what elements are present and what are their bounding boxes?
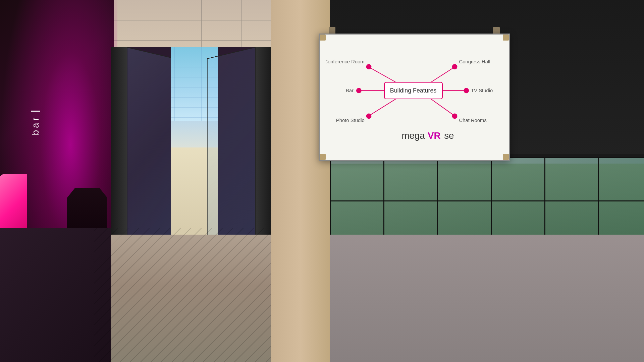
- svg-text:Conference Room: Conference Room: [326, 59, 365, 64]
- bar-sign-text: bar: [30, 116, 41, 135]
- svg-text:Bar: Bar: [346, 88, 354, 93]
- svg-point-11: [464, 88, 469, 93]
- svg-text:mega: mega: [401, 130, 425, 141]
- whiteboard: Building Features: [319, 34, 510, 161]
- corner-tr: [503, 35, 509, 41]
- svg-point-13: [452, 113, 458, 119]
- floor-right: [330, 235, 644, 362]
- whiteboard-content: Building Features: [326, 41, 502, 153]
- svg-text:Chat Rooms: Chat Rooms: [459, 118, 486, 123]
- building-features-diagram: Building Features: [326, 41, 502, 153]
- main-scene: bar: [0, 0, 644, 362]
- svg-line-6: [370, 99, 396, 115]
- svg-point-8: [366, 64, 372, 69]
- svg-point-12: [366, 113, 372, 119]
- bar-sign-dash: [31, 111, 40, 112]
- door-glass-left: [127, 47, 175, 251]
- svg-text:Congress Hall: Congress Hall: [459, 59, 490, 64]
- bar-sign: bar: [30, 111, 41, 135]
- svg-point-10: [356, 88, 362, 93]
- corner-bl: [320, 154, 326, 160]
- svg-text:se: se: [444, 130, 454, 141]
- svg-line-7: [431, 99, 454, 115]
- svg-text:TV Studio: TV Studio: [471, 88, 493, 93]
- svg-line-2: [370, 67, 396, 82]
- corner-br: [503, 154, 509, 160]
- svg-point-9: [452, 64, 458, 69]
- corner-tl: [320, 35, 326, 41]
- svg-line-3: [431, 67, 454, 82]
- svg-text:VR: VR: [428, 130, 440, 141]
- svg-text:Photo Studio: Photo Studio: [336, 118, 365, 123]
- svg-text:Building Features: Building Features: [390, 87, 436, 94]
- door-glass-right: [207, 47, 256, 251]
- whiteboard-container: Building Features: [319, 34, 510, 161]
